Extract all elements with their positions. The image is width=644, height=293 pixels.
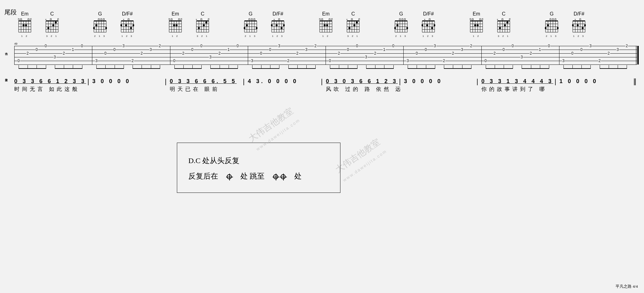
chord-diagram: Cx3 2 1	[45, 11, 59, 38]
chord-diagram: G2 1 3	[544, 11, 559, 38]
chord-name: G	[399, 11, 403, 17]
svg-point-121	[251, 19, 253, 20]
tab-fret-number: 0	[113, 48, 116, 51]
tab-fret-number: 0	[392, 44, 395, 47]
instruction-box: D.C 处从头反复 反复后在 处 跳至 处	[177, 143, 340, 193]
chord-fingering: 3 2 1	[46, 35, 58, 38]
svg-point-120	[249, 19, 250, 20]
chord-name: C	[201, 11, 204, 17]
svg-point-264	[550, 19, 551, 20]
tab-fret-number: 1	[383, 48, 386, 51]
barline-sep: |	[321, 78, 323, 86]
svg-point-124	[246, 24, 248, 26]
svg-point-285	[577, 24, 579, 26]
chord-name: D/F#	[273, 11, 283, 17]
svg-point-85	[171, 19, 173, 20]
svg-point-106	[203, 24, 205, 26]
chord-fingering: 1 2	[322, 35, 329, 38]
svg-point-70	[130, 27, 132, 29]
svg-point-265	[552, 19, 554, 20]
chord-name: D/F#	[574, 11, 585, 17]
section-label: 尾段	[4, 8, 17, 16]
chord-fingering: 2 1 3	[546, 35, 558, 38]
lyric-text: 风吹 过的 路 依然 远	[326, 86, 403, 93]
chord-diagram: Em1 2	[168, 11, 183, 38]
chord-diagram: G2 1 3	[243, 11, 258, 38]
svg-point-84	[169, 19, 170, 20]
coda-icon	[227, 174, 232, 179]
svg-point-178	[353, 24, 355, 26]
tab-fret-number: 2	[131, 59, 134, 62]
tab-fret-number: 2	[218, 52, 221, 55]
svg-point-88	[173, 24, 175, 26]
lyric-text: 你的故事讲到了 哪	[481, 86, 547, 93]
chord-diagram: Cx3 2 1	[346, 11, 361, 38]
tab-fret-number: 2	[452, 52, 454, 55]
chord-diagram: Em1 2	[469, 11, 484, 38]
svg-point-268	[547, 24, 549, 26]
instruction-line-1: D.C 处从头反复	[188, 153, 329, 168]
svg-point-283	[580, 19, 581, 20]
measure-number: 49	[14, 42, 17, 45]
svg-point-157	[322, 19, 323, 20]
tab-fret-number: 2	[470, 44, 472, 47]
svg-point-125	[256, 27, 257, 29]
chord-diagram: G2 1 3	[394, 11, 409, 38]
svg-point-140	[271, 24, 273, 26]
svg-point-68	[120, 24, 122, 26]
tab-fret-number: 0	[44, 44, 47, 47]
svg-point-192	[399, 19, 401, 20]
svg-text:x: x	[575, 18, 576, 21]
tab-fret-number: 0	[484, 59, 487, 62]
tab-fret-number: 2	[443, 59, 445, 62]
tab-fret-number: 2	[374, 52, 377, 55]
tab-staff: 0200321030032232020032103003223202003210…	[14, 46, 637, 64]
chord-name: G	[98, 11, 102, 17]
svg-point-266	[555, 19, 556, 20]
tab-fret-number: 0	[415, 52, 418, 55]
tab-fret-number: 3	[616, 48, 619, 51]
svg-point-123	[244, 27, 245, 29]
svg-point-104	[208, 19, 210, 20]
tab-fret-number: 0	[260, 52, 263, 55]
barline-sep: |	[87, 78, 89, 86]
chord-name: Em	[21, 11, 28, 17]
tab-fret-number: 3	[54, 55, 56, 59]
melody-segment: 1 0 0 0 0	[559, 78, 598, 85]
tab-fret-number: 0	[580, 48, 583, 51]
tab-fret-number: 3	[95, 59, 98, 62]
tab-fret-number: 0	[81, 44, 83, 47]
chord-fingering: 1 2 3	[121, 35, 133, 38]
melody-segment: 0 3 3 6 6 1 2 3 3	[14, 78, 86, 85]
chord-diagram: D/F#x1 2 3	[572, 11, 586, 38]
svg-point-214	[431, 27, 433, 29]
svg-point-269	[557, 27, 559, 29]
svg-point-53	[105, 27, 107, 29]
tab-fret-number: 0	[511, 44, 514, 47]
svg-point-194	[404, 19, 406, 20]
svg-point-251	[506, 21, 508, 23]
svg-point-213	[426, 24, 428, 26]
chord-diagram: Cx3 2 1	[195, 11, 210, 38]
barline-sep: |	[165, 78, 167, 86]
chord-fingering: 1 2	[21, 35, 28, 38]
svg-point-158	[329, 19, 331, 20]
svg-point-159	[331, 19, 333, 20]
svg-text:x: x	[274, 18, 275, 21]
barline-sep: |	[554, 78, 556, 86]
svg-point-197	[406, 27, 408, 29]
tab-staff-container: 49 吉他 0200321030032232020032103003223202…	[5, 46, 637, 64]
svg-point-247	[502, 19, 503, 20]
tab-fret-number: 2	[296, 52, 299, 55]
chord-name: Em	[172, 11, 179, 17]
tab-fret-number: 0	[200, 44, 203, 47]
chord-diagram: G2 1 3	[93, 11, 107, 38]
tab-fret-number: 2	[598, 59, 601, 62]
coda-icon	[273, 174, 278, 179]
instruction-line-2: 反复后在 处 跳至 处	[188, 168, 329, 184]
chord-name: D/F#	[423, 11, 434, 17]
tab-fret-number: 2	[287, 59, 290, 62]
tab-fret-number: 3	[209, 55, 212, 59]
tab-fret-number: 0	[35, 48, 38, 51]
svg-text:x: x	[424, 18, 425, 21]
